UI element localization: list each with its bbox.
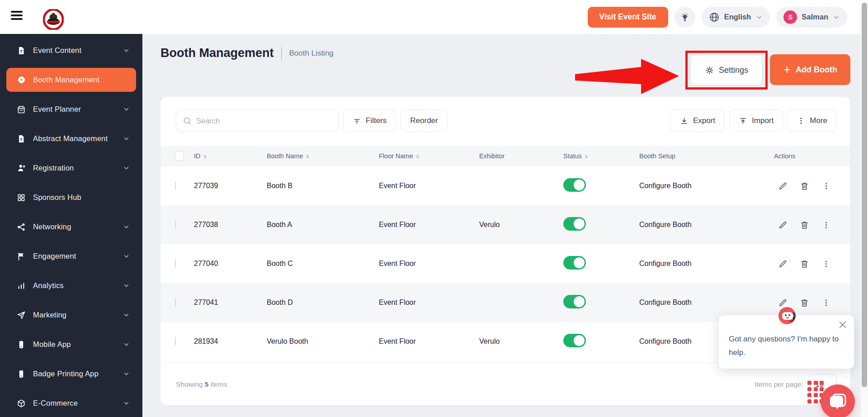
configure-booth-link[interactable]: Configure Booth [639,299,692,306]
status-toggle[interactable] [563,256,586,270]
filters-button[interactable]: Filters [343,109,396,132]
flag-icon [16,251,26,261]
hamburger-menu-icon[interactable] [11,11,23,23]
sort-icon[interactable]: ↑↓ [203,153,206,159]
document-icon [16,134,26,144]
row-checkbox[interactable] [175,220,176,229]
configure-booth-link[interactable]: Configure Booth [639,221,692,228]
user-name: Salman [802,13,828,21]
page-scrollbar-track[interactable] [861,0,868,417]
sidebar-item-booth-management[interactable]: Booth Management [6,68,136,92]
row-checkbox[interactable] [175,298,176,307]
export-button[interactable]: Export [670,109,725,132]
settings-button[interactable]: Settings [691,55,762,85]
sidebar-item-label: Event Content [33,46,116,55]
sidebar-item-sponsors-hub[interactable]: Sponsors Hub [6,185,136,209]
column-header-exhibitor: Exhibitor [479,152,563,160]
person-add-icon [16,163,26,173]
kebab-icon[interactable] [821,181,831,191]
status-toggle[interactable] [563,334,586,347]
status-toggle[interactable] [563,178,586,192]
configure-booth-link[interactable]: Configure Booth [639,182,692,190]
sidebar-item-mobile-app[interactable]: Mobile App [6,332,136,356]
delete-icon[interactable] [799,220,809,230]
user-avatar: S [783,10,797,24]
booth-management-page: Visit Event Site English [0,0,868,417]
chevron-down-icon [755,14,763,21]
configure-booth-link[interactable]: Configure Booth [639,260,692,267]
import-button-label: Import [752,116,774,125]
sort-icon[interactable]: ↑↓ [306,153,308,159]
kebab-icon[interactable] [821,259,831,269]
close-icon[interactable] [838,320,848,330]
annotation-arrow [575,57,680,97]
status-toggle[interactable] [563,217,586,231]
row-checkbox[interactable] [175,337,176,346]
column-header-id[interactable]: ID↑↓ [194,152,267,160]
sidebar-item-networking[interactable]: Networking [6,215,136,239]
delete-icon[interactable] [799,181,809,191]
edit-icon[interactable] [778,220,788,230]
chevron-down-icon [833,14,840,21]
tips-bulb-button[interactable] [675,7,695,28]
column-label: Booth Name [267,152,303,160]
column-label: Booth Setup [639,152,675,160]
chevron-down-icon [123,370,130,377]
import-button[interactable]: Import [729,109,783,132]
sidebar-item-event-planner[interactable]: Event Planner [6,97,136,121]
sidebar-item-label: Sponsors Hub [33,193,130,202]
cell-floor-name: Event Floor [379,260,479,268]
configure-booth-link[interactable]: Configure Booth [639,337,692,345]
page-scrollbar-thumb[interactable] [862,3,867,387]
sort-icon[interactable]: ↑↓ [416,153,418,159]
row-checkbox[interactable] [175,259,176,268]
kebab-icon[interactable] [821,220,831,230]
export-button-label: Export [693,116,715,125]
sidebar-item-event-content[interactable]: Event Content [6,38,136,62]
table-toolbar: Filters Reorder Export [176,109,837,132]
sidebar-item-e-commerce[interactable]: E-Commerce [6,391,136,415]
delete-icon[interactable] [799,259,809,269]
event-logo [43,9,64,30]
more-button[interactable]: More [788,109,837,132]
edit-icon[interactable] [778,259,788,269]
kebab-icon[interactable] [821,298,831,308]
showing-items-text: Showing 5 items [176,380,227,389]
globe-icon [709,12,720,23]
sidebar-item-registration[interactable]: Registration [6,156,136,180]
cell-id: 281934 [194,337,267,346]
sidebar-item-label: Marketing [33,311,116,319]
column-label: Exhibitor [479,152,505,160]
chat-launcher-button[interactable] [821,384,855,417]
sidebar-item-abstract-management[interactable]: Abstract Management [6,127,136,151]
sidebar-item-engagement[interactable]: Engagement [6,244,136,268]
title-divider [281,47,282,60]
sort-icon[interactable]: ↑↓ [585,153,587,159]
chevron-down-icon [123,312,130,318]
column-header-floor-name[interactable]: Floor Name↑↓ [379,152,479,160]
edit-icon[interactable] [778,181,788,191]
sidebar-item-badge-printing-app[interactable]: Badge Printing App [6,362,136,386]
chevron-down-icon [123,253,130,260]
language-dropdown[interactable]: English [702,7,770,28]
row-checkbox[interactable] [175,181,176,190]
page-title: Booth Management [160,46,274,60]
reorder-button[interactable]: Reorder [401,109,447,132]
table-row: 277039Booth BEvent FloorConfigure Booth [160,166,850,205]
cell-booth-name: Booth A [267,221,379,229]
add-booth-button[interactable]: Add Booth [770,54,850,85]
search-input[interactable] [196,117,332,125]
select-all-checkbox[interactable] [175,152,184,161]
user-dropdown[interactable]: S Salman [776,7,847,28]
cell-id: 277041 [194,299,267,307]
share-icon [16,222,26,232]
column-header-booth-name[interactable]: Booth Name↑↓ [267,152,379,160]
sidebar-item-marketing[interactable]: Marketing [6,303,136,327]
status-toggle[interactable] [563,295,586,308]
visit-event-site-button[interactable]: Visit Event Site [588,7,668,28]
delete-icon[interactable] [799,298,809,308]
cell-floor-name: Event Floor [379,182,479,190]
column-header-status[interactable]: Status↑↓ [563,152,639,160]
sidebar-item-label: Engagement [33,252,116,261]
sidebar-item-analytics[interactable]: Analytics [6,274,136,298]
